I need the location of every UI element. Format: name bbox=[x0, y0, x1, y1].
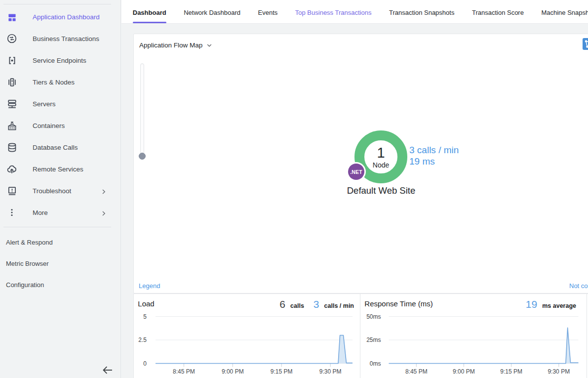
dotnet-badge-label: .NET bbox=[350, 169, 362, 175]
tab-label: Network Dashboard bbox=[184, 9, 240, 16]
x-axis-label: 9:00 PM bbox=[446, 368, 481, 375]
sidebar-link-alert-respond[interactable]: Alert & Respond bbox=[0, 232, 120, 253]
sidebar-link-configuration[interactable]: Configuration bbox=[0, 274, 120, 295]
node-count-label: Node bbox=[373, 162, 389, 169]
chart-plot[interactable] bbox=[360, 294, 587, 378]
tab-bar: Dashboard Network Dashboard Events Top B… bbox=[121, 0, 588, 24]
sidebar: Application Dashboard Business Transacti… bbox=[0, 0, 121, 378]
sidebar-item-containers[interactable]: Containers bbox=[0, 115, 120, 136]
x-axis-label: 8:45 PM bbox=[399, 368, 433, 375]
sidebar-item-tiers-nodes[interactable]: Tiers & Nodes bbox=[0, 71, 120, 93]
containers-icon bbox=[6, 120, 18, 131]
tab-label: Transaction Score bbox=[472, 9, 524, 16]
x-axis-label: 9:00 PM bbox=[215, 368, 250, 375]
tab-dashboard[interactable]: Dashboard bbox=[124, 0, 175, 23]
x-axis-label: 9:30 PM bbox=[542, 368, 576, 375]
tiers-nodes-icon bbox=[6, 76, 18, 88]
sidebar-item-more[interactable]: More bbox=[0, 202, 120, 223]
tab-transaction-score[interactable]: Transaction Score bbox=[463, 0, 533, 23]
remote-services-icon bbox=[6, 163, 18, 175]
active-tab-underline bbox=[133, 22, 166, 23]
sidebar-link-label: Configuration bbox=[6, 281, 44, 289]
panel-divider bbox=[587, 294, 587, 378]
tab-label: Events bbox=[258, 9, 278, 16]
sidebar-item-remote-services[interactable]: Remote Services bbox=[0, 158, 120, 180]
application-flow-map-card: Application Flow Map bbox=[133, 34, 588, 294]
x-axis-label: 9:15 PM bbox=[494, 368, 529, 375]
chart-plot[interactable] bbox=[134, 294, 360, 378]
zoom-slider-thumb[interactable] bbox=[139, 153, 146, 160]
database-calls-icon bbox=[6, 141, 18, 153]
business-transactions-icon bbox=[6, 33, 18, 44]
more-icon bbox=[6, 207, 18, 218]
app-dashboard-icon bbox=[6, 11, 18, 23]
sidebar-item-label: Servers bbox=[33, 100, 56, 108]
tab-label: Top Business Transactions bbox=[295, 9, 372, 16]
tab-network-dashboard[interactable]: Network Dashboard bbox=[175, 0, 249, 23]
sidebar-item-service-endpoints[interactable]: Service Endpoints bbox=[0, 49, 120, 71]
y-axis-label: 0 bbox=[134, 360, 147, 367]
node-metric-calls: 3 calls / min bbox=[409, 144, 459, 156]
sidebar-link-label: Alert & Respond bbox=[6, 239, 53, 246]
tab-label: Dashboard bbox=[133, 9, 166, 16]
y-axis-label: 25ms bbox=[360, 336, 381, 343]
main-content: Dashboard Network Dashboard Events Top B… bbox=[121, 0, 588, 378]
y-axis-label: 5 bbox=[134, 313, 147, 320]
chevron-right-icon bbox=[101, 210, 107, 215]
tab-machine-snapshots[interactable]: Machine Snapshots bbox=[533, 0, 588, 23]
sidebar-item-servers[interactable]: Servers bbox=[0, 93, 120, 115]
flow-map-title: Application Flow Map bbox=[139, 42, 202, 49]
tab-events[interactable]: Events bbox=[249, 0, 286, 23]
flow-map-header[interactable]: Application Flow Map bbox=[139, 41, 213, 49]
load-chart: Load 6 calls 3 calls / min 52.508:45 PM9… bbox=[134, 294, 360, 378]
y-axis-label: 50ms bbox=[360, 313, 381, 320]
tab-label: Machine Snapshots bbox=[541, 9, 588, 16]
sidebar-item-application-dashboard[interactable]: Application Dashboard bbox=[0, 6, 120, 28]
sidebar-item-label: Business Transactions bbox=[33, 35, 99, 42]
chevron-right-icon bbox=[101, 188, 107, 194]
not-comparing-link[interactable]: Not comparing bbox=[569, 282, 588, 290]
sidebar-item-label: Tiers & Nodes bbox=[33, 79, 75, 86]
metrics-panel: Load 6 calls 3 calls / min 52.508:45 PM9… bbox=[133, 294, 588, 378]
sidebar-item-troubleshoot[interactable]: Troubleshoot bbox=[0, 180, 120, 202]
service-endpoints-icon bbox=[6, 54, 18, 66]
troubleshoot-icon bbox=[6, 185, 18, 197]
node-count: 1 bbox=[377, 146, 385, 160]
y-axis-label: 0ms bbox=[360, 360, 381, 367]
legend-link[interactable]: Legend bbox=[139, 282, 160, 290]
response-time-chart: Response Time (ms) 19 ms average 50ms25m… bbox=[360, 294, 587, 378]
node-metrics[interactable]: 3 calls / min 19 ms bbox=[409, 144, 459, 168]
collapse-sidebar-button[interactable] bbox=[102, 364, 114, 376]
sidebar-nav: Application Dashboard Business Transacti… bbox=[0, 6, 120, 223]
sidebar-top-divider bbox=[3, 4, 111, 4]
y-axis-label: 2.5 bbox=[134, 336, 147, 343]
tab-label: Transaction Snapshots bbox=[389, 9, 454, 16]
sidebar-link-metric-browser[interactable]: Metric Browser bbox=[0, 253, 120, 274]
node-name[interactable]: Default Web Site bbox=[307, 185, 455, 196]
sidebar-link-label: Metric Browser bbox=[6, 260, 49, 267]
sidebar-item-database-calls[interactable]: Database Calls bbox=[0, 136, 120, 158]
node-metric-response-time: 19 ms bbox=[409, 156, 459, 168]
tab-transaction-snapshots[interactable]: Transaction Snapshots bbox=[380, 0, 463, 23]
flow-map-view-icon[interactable] bbox=[583, 38, 588, 50]
x-axis-label: 9:15 PM bbox=[264, 368, 299, 375]
sidebar-links: Alert & Respond Metric Browser Configura… bbox=[0, 227, 120, 296]
sidebar-item-label: Containers bbox=[33, 122, 65, 129]
sidebar-item-label: Service Endpoints bbox=[33, 57, 86, 64]
dotnet-runtime-badge: .NET bbox=[348, 164, 364, 180]
x-axis-label: 9:30 PM bbox=[313, 368, 348, 375]
sidebar-item-label: Troubleshoot bbox=[33, 187, 71, 195]
appdynamics-app: Application Dashboard Business Transacti… bbox=[0, 0, 588, 378]
sidebar-item-label: Database Calls bbox=[33, 144, 78, 151]
flow-map-zoom-slider[interactable] bbox=[140, 63, 144, 157]
sidebar-item-label: Application Dashboard bbox=[33, 13, 100, 21]
servers-icon bbox=[6, 98, 18, 110]
sidebar-item-label: Remote Services bbox=[33, 166, 83, 173]
tab-top-business-transactions[interactable]: Top Business Transactions bbox=[286, 0, 380, 23]
chevron-down-icon bbox=[206, 42, 213, 49]
sidebar-item-label: More bbox=[33, 209, 48, 216]
sidebar-item-business-transactions[interactable]: Business Transactions bbox=[0, 28, 120, 49]
x-axis-label: 8:45 PM bbox=[166, 368, 201, 375]
arrow-left-icon bbox=[102, 370, 114, 378]
